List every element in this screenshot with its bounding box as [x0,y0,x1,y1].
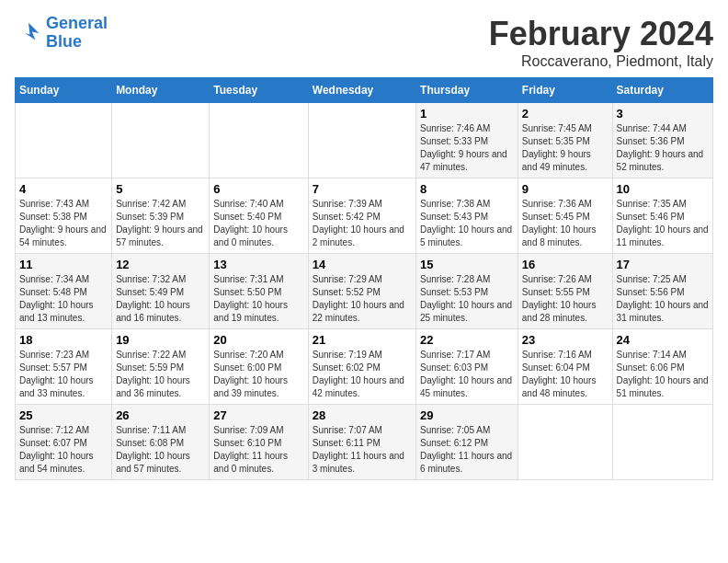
weekday-saturday: Saturday [612,78,712,103]
day-info: Sunrise: 7:11 AMSunset: 6:08 PMDaylight:… [116,424,205,476]
day-info: Sunrise: 7:39 AMSunset: 5:42 PMDaylight:… [313,198,412,249]
calendar-week-3: 11Sunrise: 7:34 AMSunset: 5:48 PMDayligh… [16,254,713,329]
day-info: Sunrise: 7:31 AMSunset: 5:50 PMDaylight:… [213,273,303,325]
day-number: 7 [313,182,412,196]
calendar-week-2: 4Sunrise: 7:43 AMSunset: 5:38 PMDaylight… [16,178,713,254]
day-info: Sunrise: 7:12 AMSunset: 6:07 PMDaylight:… [19,424,108,476]
day-number: 26 [116,408,205,422]
day-number: 6 [213,182,303,196]
calendar-cell: 11Sunrise: 7:34 AMSunset: 5:48 PMDayligh… [16,254,112,329]
weekday-monday: Monday [112,78,210,103]
calendar-cell: 12Sunrise: 7:32 AMSunset: 5:49 PMDayligh… [112,254,210,329]
day-number: 17 [617,258,709,271]
calendar-cell: 21Sunrise: 7:19 AMSunset: 6:02 PMDayligh… [308,329,415,405]
day-number: 4 [19,182,108,196]
day-info: Sunrise: 7:46 AMSunset: 5:33 PMDaylight:… [420,122,514,174]
logo-icon [15,19,42,47]
calendar-cell: 5Sunrise: 7:42 AMSunset: 5:39 PMDaylight… [112,178,210,254]
calendar-cell: 8Sunrise: 7:38 AMSunset: 5:43 PMDaylight… [416,178,518,254]
day-number: 16 [522,258,609,271]
day-info: Sunrise: 7:29 AMSunset: 5:52 PMDaylight:… [313,273,412,325]
calendar-cell: 4Sunrise: 7:43 AMSunset: 5:38 PMDaylight… [16,178,112,254]
day-info: Sunrise: 7:22 AMSunset: 5:59 PMDaylight:… [116,349,205,400]
calendar-week-1: 1Sunrise: 7:46 AMSunset: 5:33 PMDaylight… [16,103,713,178]
calendar-cell: 1Sunrise: 7:46 AMSunset: 5:33 PMDaylight… [416,103,518,178]
day-info: Sunrise: 7:07 AMSunset: 6:11 PMDaylight:… [313,424,412,476]
day-number: 10 [617,182,709,196]
calendar-subtitle: Roccaverano, Piedmont, Italy [489,53,713,70]
calendar-cell: 10Sunrise: 7:35 AMSunset: 5:46 PMDayligh… [612,178,712,254]
day-number: 24 [617,333,709,347]
day-info: Sunrise: 7:16 AMSunset: 6:04 PMDaylight:… [522,349,609,400]
calendar-cell: 7Sunrise: 7:39 AMSunset: 5:42 PMDaylight… [308,178,415,254]
calendar-cell: 17Sunrise: 7:25 AMSunset: 5:56 PMDayligh… [612,254,712,329]
day-number: 1 [420,107,514,121]
day-info: Sunrise: 7:34 AMSunset: 5:48 PMDaylight:… [19,273,108,325]
calendar-cell: 3Sunrise: 7:44 AMSunset: 5:36 PMDaylight… [612,103,712,178]
calendar-week-5: 25Sunrise: 7:12 AMSunset: 6:07 PMDayligh… [16,405,713,480]
calendar-table: SundayMondayTuesdayWednesdayThursdayFrid… [15,77,713,480]
day-number: 5 [116,182,205,196]
calendar-cell [612,405,712,480]
day-number: 20 [213,333,303,347]
day-info: Sunrise: 7:35 AMSunset: 5:46 PMDaylight:… [617,198,709,249]
calendar-cell: 16Sunrise: 7:26 AMSunset: 5:55 PMDayligh… [518,254,612,329]
calendar-cell: 29Sunrise: 7:05 AMSunset: 6:12 PMDayligh… [416,405,518,480]
day-info: Sunrise: 7:14 AMSunset: 6:06 PMDaylight:… [617,349,709,400]
day-info: Sunrise: 7:38 AMSunset: 5:43 PMDaylight:… [420,198,514,249]
calendar-cell: 14Sunrise: 7:29 AMSunset: 5:52 PMDayligh… [308,254,415,329]
weekday-tuesday: Tuesday [210,78,308,103]
weekday-friday: Friday [518,78,612,103]
weekday-header-row: SundayMondayTuesdayWednesdayThursdayFrid… [16,78,713,103]
day-info: Sunrise: 7:05 AMSunset: 6:12 PMDaylight:… [420,424,514,476]
calendar-cell: 26Sunrise: 7:11 AMSunset: 6:08 PMDayligh… [112,405,210,480]
day-number: 2 [522,107,609,121]
day-number: 29 [420,408,514,422]
calendar-title: February 2024 [489,15,713,53]
logo-general: General [46,14,108,32]
day-info: Sunrise: 7:28 AMSunset: 5:53 PMDaylight:… [420,273,514,325]
calendar-cell: 2Sunrise: 7:45 AMSunset: 5:35 PMDaylight… [518,103,612,178]
weekday-sunday: Sunday [16,78,112,103]
day-number: 28 [313,408,412,422]
day-info: Sunrise: 7:26 AMSunset: 5:55 PMDaylight:… [522,273,609,325]
day-number: 19 [116,333,205,347]
page-header: General Blue February 2024 Roccaverano, … [15,15,713,70]
calendar-cell [16,103,112,178]
calendar-week-4: 18Sunrise: 7:23 AMSunset: 5:57 PMDayligh… [16,329,713,405]
day-info: Sunrise: 7:25 AMSunset: 5:56 PMDaylight:… [617,273,709,325]
day-info: Sunrise: 7:45 AMSunset: 5:35 PMDaylight:… [522,122,609,174]
day-number: 25 [19,408,108,422]
calendar-cell: 22Sunrise: 7:17 AMSunset: 6:03 PMDayligh… [416,329,518,405]
calendar-cell: 19Sunrise: 7:22 AMSunset: 5:59 PMDayligh… [112,329,210,405]
day-number: 12 [116,258,205,271]
day-info: Sunrise: 7:36 AMSunset: 5:45 PMDaylight:… [522,198,609,249]
day-number: 23 [522,333,609,347]
calendar-cell: 15Sunrise: 7:28 AMSunset: 5:53 PMDayligh… [416,254,518,329]
day-info: Sunrise: 7:19 AMSunset: 6:02 PMDaylight:… [313,349,412,400]
day-number: 18 [19,333,108,347]
calendar-cell: 9Sunrise: 7:36 AMSunset: 5:45 PMDaylight… [518,178,612,254]
day-info: Sunrise: 7:32 AMSunset: 5:49 PMDaylight:… [116,273,205,325]
calendar-cell: 25Sunrise: 7:12 AMSunset: 6:07 PMDayligh… [16,405,112,480]
calendar-cell [518,405,612,480]
day-number: 8 [420,182,514,196]
calendar-cell [210,103,308,178]
calendar-cell: 23Sunrise: 7:16 AMSunset: 6:04 PMDayligh… [518,329,612,405]
day-number: 11 [19,258,108,271]
calendar-cell: 27Sunrise: 7:09 AMSunset: 6:10 PMDayligh… [210,405,308,480]
logo: General Blue [15,15,108,52]
day-number: 14 [313,258,412,271]
day-number: 21 [313,333,412,347]
calendar-cell: 24Sunrise: 7:14 AMSunset: 6:06 PMDayligh… [612,329,712,405]
day-info: Sunrise: 7:17 AMSunset: 6:03 PMDaylight:… [420,349,514,400]
day-number: 13 [213,258,303,271]
day-number: 9 [522,182,609,196]
day-info: Sunrise: 7:20 AMSunset: 6:00 PMDaylight:… [213,349,303,400]
calendar-cell: 20Sunrise: 7:20 AMSunset: 6:00 PMDayligh… [210,329,308,405]
day-info: Sunrise: 7:43 AMSunset: 5:38 PMDaylight:… [19,198,108,249]
day-number: 22 [420,333,514,347]
calendar-cell: 28Sunrise: 7:07 AMSunset: 6:11 PMDayligh… [308,405,415,480]
calendar-cell: 13Sunrise: 7:31 AMSunset: 5:50 PMDayligh… [210,254,308,329]
day-info: Sunrise: 7:44 AMSunset: 5:36 PMDaylight:… [617,122,709,174]
